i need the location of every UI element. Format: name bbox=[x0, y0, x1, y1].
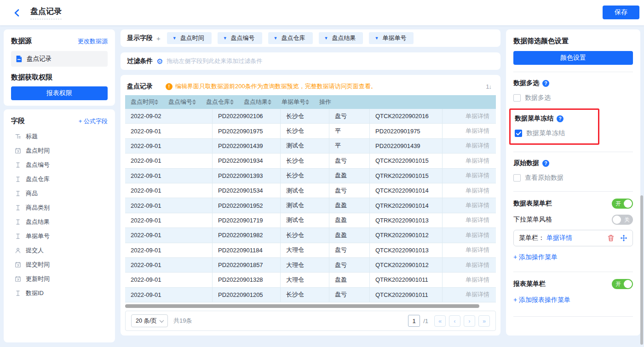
calendar-icon bbox=[15, 148, 21, 154]
sort-carets-icon[interactable] bbox=[230, 99, 234, 105]
table-row: 2022-09-01 PD20220901534 测试仓 盘亏 QTCK2022… bbox=[125, 183, 496, 198]
dropdown-style-toggle[interactable]: 关 bbox=[612, 215, 633, 225]
page-size-select[interactable]: 20 条/页 bbox=[131, 314, 168, 327]
table-column-header[interactable]: 盘点编号 bbox=[163, 95, 201, 109]
help-icon[interactable]: ? bbox=[557, 115, 564, 122]
horizontal-scrollbar-thumb[interactable] bbox=[125, 304, 479, 308]
color-settings-button[interactable]: 颜色设置 bbox=[513, 51, 633, 65]
field-item[interactable]: 标题 bbox=[11, 129, 108, 143]
row-action-link[interactable]: 单据详情 bbox=[443, 124, 496, 138]
row-action-link[interactable]: 单据详情 bbox=[443, 169, 496, 183]
save-button[interactable]: 保存 bbox=[603, 6, 639, 19]
field-item[interactable]: 提交时间 bbox=[11, 257, 108, 272]
text-field-icon bbox=[15, 162, 21, 168]
sort-carets-icon[interactable] bbox=[268, 99, 271, 105]
current-page-input[interactable]: 1 bbox=[408, 315, 420, 327]
field-item[interactable]: 盘点仓库 bbox=[11, 172, 108, 186]
cell-check-time: 2022-09-01 bbox=[125, 213, 213, 228]
add-display-field-button[interactable]: + bbox=[156, 34, 161, 42]
cell-check-number: PD20220901857 bbox=[213, 258, 281, 272]
row-action-link[interactable]: 单据详情 bbox=[443, 258, 496, 272]
display-field-chip[interactable]: ▼ 盘点编号 bbox=[218, 32, 262, 44]
cell-check-number: PD20220901328 bbox=[213, 273, 281, 287]
prev-page-button[interactable]: ‹ bbox=[449, 315, 460, 327]
row-action-link[interactable]: 单据详情 bbox=[443, 213, 496, 228]
menu-freeze-checkbox[interactable] bbox=[515, 130, 522, 137]
first-page-button[interactable]: « bbox=[434, 315, 446, 327]
field-item-label: 提交时间 bbox=[26, 261, 50, 269]
field-item[interactable]: 盘点编号 bbox=[11, 158, 108, 172]
table-column-header[interactable]: 盘点仓库 bbox=[201, 95, 238, 109]
row-action-link[interactable]: 单据详情 bbox=[443, 139, 496, 153]
color-settings-title: 数据筛选颜色设置 bbox=[513, 37, 633, 46]
field-item[interactable]: 商品 bbox=[11, 186, 108, 200]
menu-item-value[interactable]: 单据详情 bbox=[546, 234, 572, 242]
gear-icon[interactable]: ⚙ bbox=[156, 57, 163, 66]
add-action-menu-link[interactable]: + 添加操作菜单 bbox=[513, 253, 633, 262]
table-column-header[interactable]: 盘点时间 bbox=[125, 95, 163, 109]
add-report-menu-link[interactable]: + 添加报表操作菜单 bbox=[513, 296, 633, 304]
report-menu-toggle[interactable]: 开 bbox=[612, 279, 633, 289]
help-icon[interactable]: ? bbox=[542, 80, 549, 87]
sort-carets-icon[interactable] bbox=[192, 99, 196, 105]
table-column-header[interactable]: 盘点结果 bbox=[238, 95, 276, 109]
table-column-header[interactable]: 操作 bbox=[314, 95, 338, 109]
display-field-chip[interactable]: ▼ 单据单号 bbox=[369, 32, 414, 44]
cell-check-time: 2022-09-01 bbox=[125, 139, 213, 153]
cell-check-time: 2022-09-01 bbox=[125, 183, 213, 198]
display-field-chip[interactable]: ▼ 盘点仓库 bbox=[268, 32, 313, 44]
cell-result: 盘盈 bbox=[329, 213, 370, 228]
last-page-button[interactable]: » bbox=[478, 315, 490, 327]
row-action-link[interactable]: 单据详情 bbox=[443, 288, 496, 302]
next-page-button[interactable]: › bbox=[464, 315, 475, 327]
field-item[interactable]: 更新时间 bbox=[11, 272, 108, 286]
field-item[interactable]: 单据单号 bbox=[11, 229, 108, 243]
row-action-link[interactable]: 单据详情 bbox=[443, 109, 496, 123]
cell-warehouse: 长沙仓 bbox=[281, 228, 329, 242]
field-item[interactable]: 盘点结果 bbox=[11, 215, 108, 229]
help-icon[interactable]: ? bbox=[542, 160, 549, 167]
row-action-link[interactable]: 单据详情 bbox=[443, 228, 496, 242]
calendar-icon bbox=[15, 276, 21, 282]
change-datasource-link[interactable]: 更改数据源 bbox=[78, 37, 108, 46]
field-item[interactable]: 商品类别 bbox=[11, 200, 108, 215]
raw-data-checkbox-row[interactable]: 查看原始数据 bbox=[513, 174, 633, 182]
sort-order-icon[interactable]: 1↓ bbox=[486, 83, 494, 90]
row-action-link[interactable]: 单据详情 bbox=[443, 183, 496, 198]
field-item[interactable]: 数据ID bbox=[11, 286, 108, 300]
report-permission-button[interactable]: 报表权限 bbox=[11, 86, 108, 100]
trash-icon[interactable] bbox=[607, 234, 615, 242]
field-item[interactable]: 盘点时间 bbox=[11, 143, 108, 158]
back-button[interactable] bbox=[12, 7, 23, 18]
multi-select-checkbox-row[interactable]: 数据多选 bbox=[513, 94, 633, 102]
move-icon[interactable] bbox=[620, 234, 627, 242]
table-header: 盘点时间 盘点编号 盘点仓库 盘点结果 单据单号 bbox=[125, 95, 496, 109]
table-row: 2022-09-01 PD20220901184 大理仓 盘亏 QTCK2022… bbox=[125, 243, 496, 258]
row-action-link[interactable]: 单据详情 bbox=[443, 198, 496, 212]
raw-data-checkbox[interactable] bbox=[513, 174, 521, 182]
window-scrollbar-thumb[interactable] bbox=[640, 195, 643, 345]
cell-doc-number: QTRK20220901015 bbox=[370, 169, 443, 183]
datasource-item[interactable]: 盘点记录 bbox=[11, 51, 108, 67]
column-label: 盘点仓库 bbox=[206, 98, 230, 106]
warning-text: 编辑界面只取数据源前200条作为查询数据预览，完整数据请访问页面查看。 bbox=[175, 82, 377, 91]
text-field-icon bbox=[15, 219, 21, 225]
toggle-knob bbox=[613, 216, 621, 224]
row-action-link[interactable]: 单据详情 bbox=[443, 154, 496, 168]
table-menu-toggle[interactable]: 开 bbox=[612, 199, 633, 209]
field-item-label: 盘点时间 bbox=[26, 147, 50, 155]
cell-check-time: 2022-09-01 bbox=[125, 124, 213, 138]
field-item[interactable]: 提交人 bbox=[11, 243, 108, 257]
multi-select-checkbox[interactable] bbox=[513, 94, 521, 102]
add-formula-field-link[interactable]: + 公式字段 bbox=[79, 117, 108, 125]
sort-carets-icon[interactable] bbox=[305, 99, 309, 105]
cell-doc-number: QTCK20220901014 bbox=[370, 183, 443, 198]
table-column-header[interactable]: 单据单号 bbox=[276, 95, 314, 109]
row-action-link[interactable]: 单据详情 bbox=[443, 273, 496, 287]
display-field-chip[interactable]: ▼ 盘点时间 bbox=[167, 32, 212, 44]
sort-carets-icon[interactable] bbox=[155, 99, 158, 105]
row-action-link[interactable]: 单据详情 bbox=[443, 243, 496, 257]
menu-freeze-checkbox-row[interactable]: 数据菜单冻结 bbox=[515, 129, 594, 137]
menu-freeze-checkbox-label: 数据菜单冻结 bbox=[526, 129, 565, 137]
display-field-chip[interactable]: ▼ 盘点结果 bbox=[319, 32, 363, 44]
